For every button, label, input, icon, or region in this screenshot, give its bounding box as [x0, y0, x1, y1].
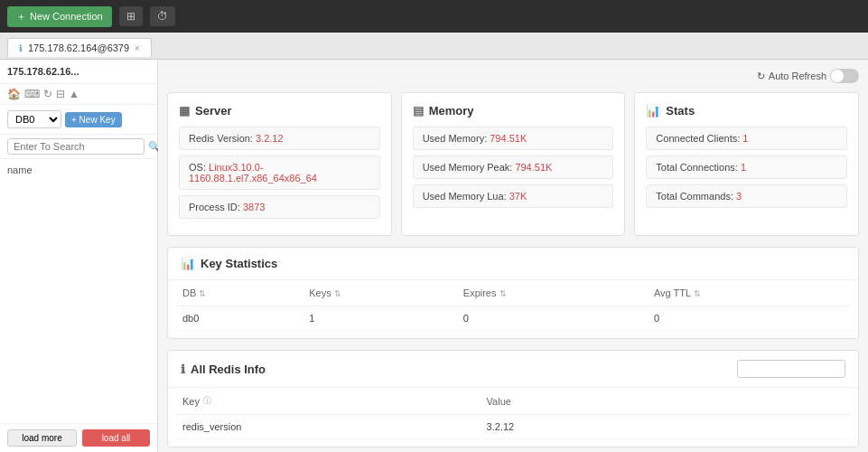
connected-clients-row: Connected Clients: 1	[646, 127, 847, 150]
used-memory-peak-label: Used Memory Peak:	[423, 162, 516, 173]
top-bar: ＋ New Connection ⊞ ⏱	[0, 0, 868, 33]
auto-refresh-text: Auto Refresh	[769, 71, 826, 81]
home-icon-button[interactable]: 🏠	[7, 88, 21, 100]
redis-version-value: 3.2.12	[256, 133, 284, 144]
redis-info-section: ℹ All Redis Info Key ⓘ	[167, 350, 859, 447]
redis-info-search[interactable]	[737, 360, 845, 378]
redis-version-row: Redis Version: 3.2.12	[179, 127, 380, 150]
refresh-icon: ↻	[757, 71, 765, 82]
redis-info-table-wrap: Key ⓘ Value redis_version 3.2.12	[168, 388, 858, 447]
db-select-row: DB0 DB1 DB2 + New Key	[0, 105, 157, 135]
used-memory-lua-row: Used Memory Lua: 37K	[413, 184, 614, 208]
process-id-label: Process ID:	[189, 202, 243, 212]
memory-card: ▤ Memory Used Memory: 794.51K Used Memor…	[401, 92, 626, 236]
server-title: 175.178.62.16...	[7, 66, 79, 77]
used-memory-peak-value: 794.51K	[515, 162, 552, 173]
os-value: Linux3.10.0-1160.88.1.el7.x86_64x86_64	[189, 162, 317, 184]
used-memory-row: Used Memory: 794.51K	[413, 127, 614, 150]
search-input[interactable]	[7, 138, 145, 155]
sidebar: 175.178.62.16... 🏠 ⌨ ↻ ⊟ ▲ DB0 DB1 DB2 +…	[0, 60, 158, 452]
redis-info-table: Key ⓘ Value redis_version 3.2.12	[175, 388, 851, 439]
load-more-button[interactable]: load more	[7, 429, 77, 447]
cards-row: ▦ Server Redis Version: 3.2.12 OS: Linux…	[167, 92, 859, 236]
col-value: Value	[480, 388, 851, 415]
redis-version-label: Redis Version:	[189, 133, 256, 144]
sort-db-icon[interactable]: ⇅	[199, 289, 206, 298]
avg-ttl-cell: 0	[647, 306, 851, 331]
info-dot-icon: ℹ	[19, 43, 23, 53]
close-tab-icon[interactable]: ×	[135, 43, 140, 53]
redis-info-row: redis_version 3.2.12	[175, 415, 851, 439]
auto-refresh-toggle[interactable]	[830, 69, 859, 83]
bar-chart-icon: 📊	[181, 257, 195, 270]
key-statistics-table-wrap: DB⇅ Keys⇅ Expires⇅ Avg TTL⇅ db0 1 0 0	[168, 280, 858, 338]
sort-expires-icon[interactable]: ⇅	[499, 289, 507, 298]
sidebar-icons-row: 🏠 ⌨ ↻ ⊟ ▲	[0, 84, 157, 105]
memory-card-title: ▤ Memory	[413, 104, 614, 118]
key-statistics-title: Key Statistics	[201, 257, 277, 270]
new-key-button[interactable]: + New Key	[65, 112, 122, 127]
stats-icon: 📊	[646, 104, 660, 118]
clock-icon-button[interactable]: ⏱	[150, 6, 175, 26]
key-statistics-header-row: DB⇅ Keys⇅ Expires⇅ Avg TTL⇅	[175, 280, 851, 306]
total-connections-label: Total Connections:	[656, 162, 741, 173]
connected-clients-label: Connected Clients:	[656, 133, 742, 144]
process-id-value: 3873	[243, 202, 265, 212]
server-card-title: ▦ Server	[179, 104, 380, 118]
used-memory-value: 794.51K	[490, 133, 527, 144]
sort-avg-ttl-icon[interactable]: ⇅	[694, 289, 701, 298]
main-layout: 175.178.62.16... 🏠 ⌨ ↻ ⊟ ▲ DB0 DB1 DB2 +…	[0, 60, 868, 452]
used-memory-lua-value: 37K	[509, 191, 527, 202]
used-memory-peak-row: Used Memory Peak: 794.51K	[413, 155, 614, 179]
key-statistics-section: 📊 Key Statistics DB⇅ Keys⇅ Expires⇅ Avg …	[167, 247, 859, 339]
server-card: ▦ Server Redis Version: 3.2.12 OS: Linux…	[167, 92, 392, 236]
os-row: OS: Linux3.10.0-1160.88.1.el7.x86_64x86_…	[179, 155, 380, 190]
info-icon: ℹ	[181, 363, 185, 376]
total-connections-row: Total Connections: 1	[646, 155, 847, 179]
col-keys: Keys⇅	[302, 280, 456, 306]
expires-cell: 0	[456, 306, 647, 331]
connection-tab[interactable]: ℹ 175.178.62.164@6379 ×	[7, 38, 152, 57]
stats-card: 📊 Stats Connected Clients: 1 Total Conne…	[634, 92, 859, 236]
total-connections-value: 1	[741, 162, 746, 173]
redis-info-title: ℹ All Redis Info	[181, 363, 266, 376]
table-row: db0 1 0 0	[175, 306, 851, 331]
sidebar-name-label: name	[0, 159, 157, 181]
key-info-icon: ⓘ	[203, 395, 211, 407]
grid-icon-button[interactable]: ⊞	[119, 6, 143, 26]
terminal-icon-button[interactable]: ⌨	[24, 88, 40, 100]
col-db: DB⇅	[175, 280, 302, 306]
col-key: Key ⓘ	[175, 388, 480, 415]
chevron-up-icon-button[interactable]: ▲	[69, 88, 79, 100]
refresh-icon-button[interactable]: ↻	[43, 88, 52, 100]
layout-icon-button[interactable]: ⊟	[56, 88, 65, 100]
plus-icon: ＋	[16, 10, 26, 24]
col-expires: Expires⇅	[456, 280, 647, 306]
connected-clients-value: 1	[742, 133, 748, 144]
total-commands-value: 3	[736, 191, 742, 202]
sidebar-header: 175.178.62.16...	[0, 60, 157, 84]
sort-keys-icon[interactable]: ⇅	[334, 289, 341, 298]
process-id-row: Process ID: 3873	[179, 195, 380, 219]
db-select[interactable]: DB0 DB1 DB2	[7, 110, 61, 128]
memory-icon: ▤	[413, 104, 424, 118]
db-cell: db0	[175, 306, 302, 331]
new-connection-label: New Connection	[30, 11, 103, 22]
load-all-button[interactable]: load all	[82, 429, 150, 447]
redis-value-cell: 3.2.12	[480, 415, 851, 439]
auto-refresh-label: ↻ Auto Refresh	[757, 69, 859, 83]
key-statistics-header: 📊 Key Statistics	[168, 248, 858, 280]
new-connection-button[interactable]: ＋ New Connection	[7, 6, 112, 27]
col-avg-ttl: Avg TTL⇅	[647, 280, 851, 306]
keys-cell: 1	[302, 306, 456, 331]
content-area: ↻ Auto Refresh ▦ Server Redis Version: 3…	[158, 60, 868, 452]
key-statistics-table: DB⇅ Keys⇅ Expires⇅ Avg TTL⇅ db0 1 0 0	[175, 280, 851, 331]
redis-info-header-row: Key ⓘ Value	[175, 388, 851, 415]
redis-info-header: ℹ All Redis Info	[168, 351, 858, 388]
server-icon: ▦	[179, 104, 190, 118]
tab-bar: ℹ 175.178.62.164@6379 ×	[0, 33, 868, 60]
search-row: 🔍 ▤	[0, 135, 157, 159]
used-memory-lua-label: Used Memory Lua:	[423, 191, 509, 202]
total-commands-row: Total Commands: 3	[646, 184, 847, 208]
os-label: OS:	[189, 162, 209, 173]
